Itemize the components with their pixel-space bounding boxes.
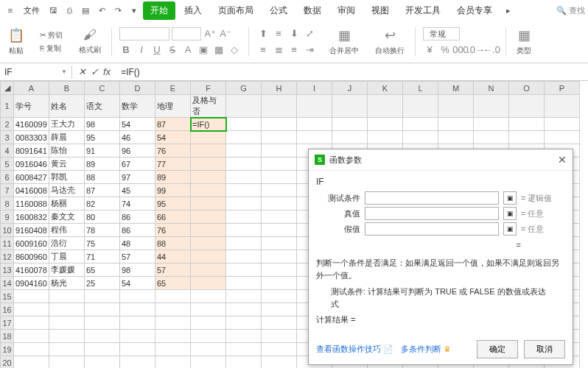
undo-icon[interactable]: ↶ <box>94 3 109 18</box>
cell[interactable]: 89 <box>85 158 120 171</box>
cell[interactable]: 48 <box>120 237 155 250</box>
cell[interactable] <box>368 118 403 131</box>
cell[interactable]: 25 <box>85 277 120 290</box>
cell[interactable]: 8091641 <box>14 144 49 158</box>
col-header-K[interactable]: K <box>368 82 403 95</box>
align-bot-icon[interactable]: ⬇ <box>287 27 301 40</box>
preview-icon[interactable]: ▤ <box>78 3 93 18</box>
align-right-icon[interactable]: ≡ <box>287 43 301 57</box>
cell[interactable]: 95 <box>85 131 120 144</box>
paste-icon[interactable]: 📋 <box>8 27 24 43</box>
currency-icon[interactable]: ¥ <box>423 43 436 57</box>
cell[interactable] <box>85 316 120 330</box>
row-header-8[interactable]: 8 <box>1 197 14 210</box>
align-left-icon[interactable]: ≡ <box>256 43 270 57</box>
row-header-9[interactable]: 9 <box>1 210 14 224</box>
cell-header[interactable]: 及格与否 <box>191 95 226 118</box>
cell[interactable] <box>85 290 120 303</box>
cell[interactable]: 88 <box>155 237 191 250</box>
align-mid-icon[interactable]: ≡ <box>272 27 285 40</box>
cell[interactable]: 丁晨 <box>49 250 85 263</box>
cell[interactable]: 0916046 <box>14 158 49 171</box>
cell[interactable] <box>226 356 262 369</box>
number-format-select[interactable]: 常规 <box>423 27 460 40</box>
cell[interactable] <box>262 237 297 250</box>
cell[interactable]: 87 <box>155 118 191 131</box>
corner-cell[interactable]: ◢ <box>1 82 14 95</box>
format-painter-icon[interactable]: 🖌 <box>83 27 97 43</box>
cell[interactable] <box>85 356 120 369</box>
cell[interactable] <box>191 158 226 171</box>
cell[interactable] <box>545 95 580 118</box>
col-header-M[interactable]: M <box>438 82 474 95</box>
ok-button[interactable]: 确定 <box>477 340 518 358</box>
save-icon[interactable]: 🖫 <box>46 3 60 18</box>
cell[interactable]: 76 <box>155 224 191 237</box>
cell[interactable] <box>49 356 85 369</box>
col-header-O[interactable]: O <box>509 82 545 95</box>
grow-font-icon[interactable]: A⁺ <box>203 27 217 40</box>
cell[interactable]: 71 <box>85 250 120 263</box>
cell[interactable]: 87 <box>85 184 120 197</box>
cell[interactable] <box>262 303 297 316</box>
col-header-N[interactable]: N <box>474 82 509 95</box>
clear-fmt-button[interactable]: ◇ <box>228 43 241 57</box>
cell[interactable]: 4160078 <box>14 263 49 277</box>
cell[interactable] <box>262 356 297 369</box>
row-header-16[interactable]: 16 <box>1 303 14 316</box>
cell[interactable] <box>226 343 262 356</box>
cell[interactable] <box>120 290 155 303</box>
cell[interactable] <box>226 171 262 184</box>
cell[interactable] <box>191 356 226 369</box>
cell[interactable] <box>14 303 49 316</box>
cell[interactable] <box>226 290 262 303</box>
col-header-L[interactable]: L <box>403 82 438 95</box>
col-header-B[interactable]: B <box>49 82 85 95</box>
cell[interactable] <box>155 316 191 330</box>
font-family-select[interactable] <box>119 27 169 40</box>
cell[interactable]: 75 <box>85 237 120 250</box>
fx-icon[interactable]: fx <box>103 66 111 77</box>
cell[interactable] <box>191 330 226 343</box>
cell[interactable] <box>226 210 262 224</box>
cell[interactable] <box>226 95 262 118</box>
cell[interactable] <box>49 303 85 316</box>
align-center-icon[interactable]: ≣ <box>272 43 285 57</box>
cell[interactable] <box>155 330 191 343</box>
strike-button[interactable]: S̶ <box>166 43 179 57</box>
cell[interactable] <box>155 356 191 369</box>
param-input-1[interactable] <box>365 207 499 220</box>
cell[interactable] <box>14 343 49 356</box>
cell[interactable] <box>403 131 438 144</box>
cell[interactable]: 45 <box>120 184 155 197</box>
cell[interactable] <box>368 95 403 118</box>
cell[interactable] <box>226 224 262 237</box>
cell[interactable] <box>262 144 297 158</box>
cell[interactable] <box>403 95 438 118</box>
cell[interactable] <box>49 330 85 343</box>
cell[interactable]: 4160099 <box>14 118 49 131</box>
copy-button[interactable]: ⎘复制 <box>37 43 64 54</box>
hamburger-icon[interactable]: ≡ <box>3 3 18 18</box>
cell[interactable]: 黄云 <box>49 158 85 171</box>
cancel-formula-icon[interactable]: ✕ <box>78 66 86 77</box>
tab-formula[interactable]: 公式 <box>262 1 295 20</box>
cell[interactable]: 57 <box>120 250 155 263</box>
cell[interactable] <box>509 131 545 144</box>
cell[interactable]: 88 <box>85 171 120 184</box>
redo-icon[interactable]: ↷ <box>111 3 125 18</box>
cell[interactable] <box>85 330 120 343</box>
row-header-14[interactable]: 14 <box>1 277 14 290</box>
cell[interactable] <box>403 118 438 131</box>
cell[interactable] <box>155 343 191 356</box>
help-link[interactable]: 查看函数操作技巧 📄 <box>316 344 393 355</box>
cell[interactable] <box>262 158 297 171</box>
font-color-button[interactable]: A <box>181 43 195 57</box>
cell[interactable]: 80 <box>85 210 120 224</box>
cell[interactable] <box>191 237 226 250</box>
more-tabs-icon[interactable]: ▸ <box>501 3 516 18</box>
cell[interactable] <box>191 210 226 224</box>
cell[interactable]: 66 <box>155 210 191 224</box>
cell[interactable] <box>191 144 226 158</box>
cell[interactable] <box>191 303 226 316</box>
